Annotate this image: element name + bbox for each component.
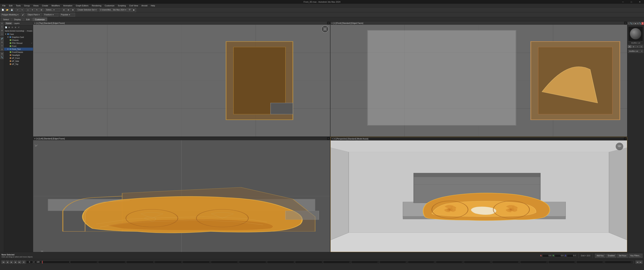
menu-create[interactable]: Create <box>40 4 50 7</box>
motion-tool[interactable]: ⊡ <box>0 48 4 51</box>
scene-expand-btn[interactable]: ⊞ <box>14 26 17 29</box>
viewport-front-menu-icon[interactable]: + <box>332 22 333 24</box>
layer-dropdown[interactable]: C:\Users\Mul... 3ds Max 2024 ▾ <box>99 8 127 12</box>
new-file-button[interactable]: 📄 <box>1 8 5 12</box>
tab-select[interactable]: Select <box>1 18 12 21</box>
menu-tools[interactable]: Tools <box>14 4 22 7</box>
menu-civil-view[interactable]: Civil View <box>128 4 140 7</box>
set-keys-button[interactable]: Set Keys <box>617 254 628 258</box>
rpanel-modify-btn[interactable]: 🔧 <box>630 22 632 25</box>
scene-new-btn[interactable]: 📄 <box>4 26 8 29</box>
tree-item-case[interactable]: ▼ Case <box>4 33 33 36</box>
menu-animation[interactable]: Animation <box>62 4 74 7</box>
tree-item-dp-front[interactable]: dP_Front <box>4 57 33 60</box>
viewport-left-menu-icon[interactable]: + <box>34 138 36 140</box>
viewport-top-menu-icon[interactable]: + <box>34 22 36 24</box>
rpanel-motion-btn[interactable]: ▶ <box>635 22 637 25</box>
viewport-perspective[interactable]: + [+] [Perspective] [Standard] [Model As… <box>330 137 627 252</box>
populate-dropdown[interactable]: Populate ▾ <box>60 13 75 17</box>
tree-item-frontchassis[interactable]: FrontChassis <box>4 51 33 54</box>
z-input[interactable] <box>567 254 576 257</box>
select-object-button[interactable]: ◻ <box>26 8 30 12</box>
scene-tab[interactable]: Scene <box>5 22 12 25</box>
modifier-dropdown[interactable]: Modifier List ▾ <box>628 50 643 53</box>
end-frame-input[interactable] <box>35 261 41 264</box>
open-file-button[interactable]: 📂 <box>5 8 9 12</box>
y-input[interactable] <box>555 254 564 257</box>
stop-button[interactable]: ■ <box>22 260 26 264</box>
go-start-button[interactable]: |◀ <box>636 260 639 264</box>
menu-help[interactable]: Help <box>149 4 156 7</box>
rpanel-create-btn[interactable]: + <box>628 22 630 25</box>
quick-render-button[interactable]: ▶ <box>132 8 136 12</box>
select-move-button[interactable]: ✛ <box>30 8 34 12</box>
freeform-dropdown[interactable]: Freeform ▾ <box>44 13 58 17</box>
undo-button[interactable]: ↩ <box>16 8 20 12</box>
layers-tab[interactable]: Layers <box>13 22 20 25</box>
scene-refresh-btn[interactable]: ↺ <box>17 26 20 29</box>
viewport-nav-hat[interactable] <box>615 142 624 152</box>
create-selection-dropdown[interactable]: Create Selection Set ▾ <box>76 8 97 12</box>
rpanel-util-btn[interactable]: 🔧 <box>639 22 642 25</box>
utilities-tool[interactable]: 🔧 <box>0 56 4 59</box>
viewport-perspective-menu-icon[interactable]: + <box>332 138 333 140</box>
mat-tab-1[interactable]: ▼ <box>628 45 632 48</box>
add-key-button[interactable]: Add Key <box>595 254 606 258</box>
rpanel-display-btn[interactable]: ⊞ <box>637 22 639 25</box>
viewport-top[interactable]: + [+] [Top] [Standard] [Edged Faces] ⊞ <box>33 21 330 137</box>
go-end-button[interactable]: ▶| <box>639 260 642 264</box>
maximize-button[interactable]: □ <box>627 0 636 4</box>
mat-tab-2[interactable]: ⊞ <box>632 45 636 48</box>
select-scale-button[interactable]: ⊞ <box>39 8 44 12</box>
bind-tool[interactable]: ⊗ <box>0 41 4 44</box>
mirror-button[interactable]: ⊟ <box>62 8 66 12</box>
tree-item-graphics-card[interactable]: ▼ Graphics Card <box>4 36 33 39</box>
save-file-button[interactable]: 💾 <box>10 8 14 12</box>
minimize-button[interactable]: ─ <box>619 0 627 4</box>
move-tool[interactable]: ✛ <box>0 22 4 25</box>
link-tool[interactable]: 🔗 <box>0 37 4 40</box>
array-button[interactable]: ⊞ <box>66 8 70 12</box>
next-frame-button[interactable]: ▶ <box>14 260 17 264</box>
viewport-left[interactable]: + [+] [Left] [Standard] [Edged Faces] ⊞ … <box>33 137 330 252</box>
menu-scripting[interactable]: Scripting <box>116 4 127 7</box>
redo-button[interactable]: ↪ <box>20 8 24 12</box>
display-tool[interactable]: ⊞ <box>0 52 4 56</box>
close-button[interactable]: ✕ <box>636 0 644 4</box>
mat-tab-3[interactable]: ≡ <box>636 45 639 48</box>
x-input[interactable] <box>542 254 552 257</box>
rpanel-close-btn[interactable]: ✕ <box>642 22 644 25</box>
play-button[interactable]: ▶ <box>10 260 13 264</box>
menu-group[interactable]: Group <box>22 4 31 7</box>
menu-views[interactable]: Views <box>32 4 40 7</box>
prev-frame-button[interactable]: ◀ <box>6 260 9 264</box>
key-filters-button[interactable]: Key Filters... <box>629 254 642 258</box>
polygon-modeling-dropdown[interactable]: Polygon Modeling ▾ <box>1 13 19 17</box>
tree-item-front[interactable]: Front <box>4 45 33 48</box>
tree-item-psu-shroud[interactable]: PSU Shroud ✓ <box>4 42 33 45</box>
next-keyframe-button[interactable]: ▶| <box>18 260 21 264</box>
mat-tab-4[interactable]: ⊡ <box>640 45 643 48</box>
tree-item-chassis[interactable]: Chassis <box>4 39 33 42</box>
prev-keyframe-button[interactable]: |◀ <box>2 260 5 264</box>
anim-mode-button[interactable]: Enabled <box>606 254 616 258</box>
object-paint-dropdown[interactable]: Object Paint ▾ <box>27 13 42 17</box>
rpanel-hier-btn[interactable]: ⊙ <box>632 22 635 25</box>
align-button[interactable]: ⊠ <box>71 8 75 12</box>
rotate-tool[interactable]: ↻ <box>0 25 4 29</box>
tab-display[interactable]: Display <box>12 18 24 21</box>
tab-edit[interactable]: Edit <box>24 18 32 21</box>
viewport-front[interactable]: + [+] [Front] [Standard] [Edged Faces] ⊞ <box>330 21 627 137</box>
menu-edit[interactable]: Edit <box>8 4 14 7</box>
menu-graph-editors[interactable]: Graph Editors <box>74 4 90 7</box>
tree-item-dp-side[interactable]: dP_Side <box>4 60 33 63</box>
menu-rendering[interactable]: Rendering <box>90 4 103 7</box>
menu-customize[interactable]: Customize <box>103 4 116 7</box>
current-frame-input[interactable] <box>26 261 33 264</box>
menu-file[interactable]: File <box>1 4 7 7</box>
scene-collapse-btn[interactable]: ⊟ <box>11 26 14 29</box>
timeline-track[interactable]: 0 10 20 30 40 50 60 70 80 90 100 110 120… <box>42 261 633 264</box>
menu-arnold[interactable]: Arnold <box>140 4 149 7</box>
select-tool[interactable]: ◻ <box>0 33 4 36</box>
hierarchy-tool[interactable]: ⊙ <box>0 44 4 47</box>
